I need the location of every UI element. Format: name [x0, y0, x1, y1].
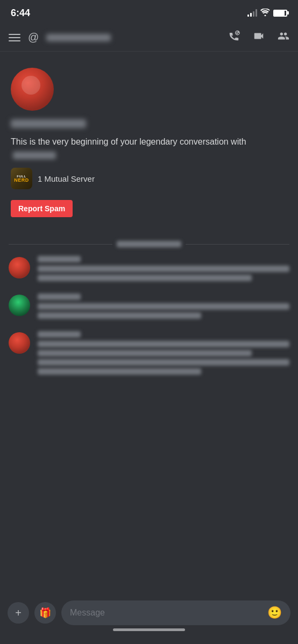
- at-icon: @: [28, 31, 39, 44]
- header-username: [46, 34, 111, 41]
- message-input[interactable]: Message 🙂: [61, 600, 290, 625]
- avatar: [9, 295, 30, 316]
- table-row: [9, 331, 289, 377]
- status-icons: [247, 9, 287, 18]
- report-spam-button[interactable]: Report Spam: [11, 200, 73, 217]
- members-icon[interactable]: [278, 30, 289, 45]
- profile-intro: This is the very beginning of your legen…: [11, 135, 287, 161]
- mutual-count: 1 Mutual Server: [38, 174, 95, 183]
- message-text: [38, 312, 201, 319]
- status-bar: 6:44: [0, 0, 298, 24]
- message-content: [38, 331, 289, 377]
- message-text: [38, 266, 289, 272]
- table-row: [9, 256, 289, 284]
- video-icon[interactable]: [253, 30, 265, 45]
- mutual-server[interactable]: FULL NERD 1 Mutual Server: [11, 168, 287, 189]
- header-left: @: [9, 31, 111, 44]
- message-text: [38, 303, 289, 310]
- message-content: [38, 294, 289, 321]
- svg-point-0: [265, 15, 266, 16]
- avatar: [9, 257, 30, 278]
- add-button[interactable]: +: [8, 602, 29, 624]
- header-bar: @: [0, 24, 298, 52]
- wifi-icon: [260, 9, 270, 18]
- profile-section: This is the very beginning of your legen…: [0, 52, 298, 237]
- hamburger-icon[interactable]: [9, 34, 20, 41]
- messages-area: [0, 256, 298, 377]
- message-text: [38, 275, 252, 281]
- message-content: [38, 256, 289, 284]
- phone-icon[interactable]: [228, 30, 240, 45]
- header-right: [228, 30, 289, 45]
- avatar: [9, 332, 30, 354]
- message-text: [38, 341, 289, 347]
- profile-username: [11, 119, 86, 128]
- message-text: [38, 350, 252, 356]
- bottom-bar: + 🎁 Message 🙂: [0, 595, 298, 644]
- message-placeholder: Message: [70, 608, 105, 618]
- signal-icon: [247, 9, 257, 17]
- message-author: [38, 331, 81, 338]
- home-indicator: [113, 628, 185, 631]
- table-row: [9, 294, 289, 321]
- profile-intro-name: [13, 152, 56, 159]
- message-author: [38, 256, 81, 262]
- gift-icon: 🎁: [39, 607, 51, 619]
- message-author: [38, 294, 81, 300]
- battery-icon: [273, 10, 287, 17]
- plus-icon: +: [15, 607, 22, 619]
- gift-button[interactable]: 🎁: [34, 602, 56, 624]
- message-text: [38, 368, 201, 375]
- server-icon: FULL NERD: [11, 168, 32, 189]
- date-label: [117, 241, 181, 247]
- emoji-button[interactable]: 🙂: [267, 606, 282, 620]
- user-avatar: [11, 68, 54, 111]
- message-text: [38, 359, 289, 366]
- status-time: 6:44: [11, 8, 30, 19]
- date-divider: [0, 237, 298, 252]
